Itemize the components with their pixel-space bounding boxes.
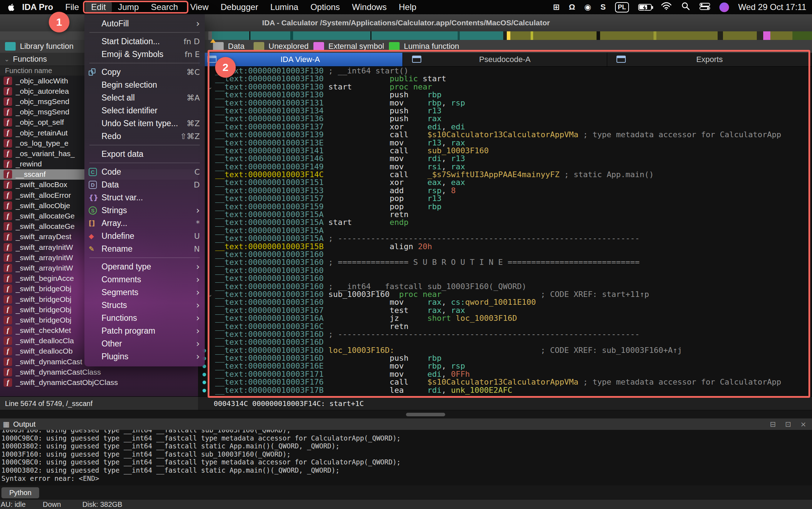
tab-exports[interactable]: Exports bbox=[607, 53, 812, 66]
disasm-line[interactable]: ●__text:000000010003F16D loc_10003F16D: … bbox=[198, 346, 812, 354]
tab-pseudocode-a[interactable]: Pseudocode-A bbox=[403, 53, 608, 66]
menubar-item-options[interactable]: Options bbox=[304, 1, 346, 13]
menu-item-emoji-symbols[interactable]: Emoji & Symbolsfn E bbox=[84, 48, 205, 61]
menubar-clock[interactable]: Wed 29 Oct 17:11 bbox=[738, 2, 806, 12]
disasm-line[interactable]: __text:000000010003F15A ; --------------… bbox=[198, 235, 812, 242]
menu-item-select-identifier[interactable]: Select identifier bbox=[84, 104, 205, 117]
menubar-item-debugger[interactable]: Debugger bbox=[214, 1, 264, 13]
record-icon[interactable]: ◉ bbox=[584, 2, 591, 12]
control-center-icon[interactable] bbox=[699, 2, 710, 12]
menu-item-code[interactable]: CCodeC bbox=[84, 165, 205, 178]
wifi-icon[interactable] bbox=[661, 2, 672, 12]
menubar-item-help[interactable]: Help bbox=[393, 1, 422, 13]
disasm-line[interactable]: ⌄__text:000000010003F130 start proc near bbox=[198, 83, 812, 91]
menubar-item-file[interactable]: File bbox=[59, 1, 85, 13]
battery-icon[interactable] bbox=[638, 4, 652, 11]
disasm-line[interactable]: __text:000000010003F16D ; --------------… bbox=[198, 330, 812, 338]
disasm-line[interactable]: __text:000000010003F160 ; ==============… bbox=[198, 258, 812, 266]
menu-item-export-data[interactable]: Export data bbox=[84, 148, 205, 160]
output-lines[interactable]: 10003F160: using guessed type __int64 __… bbox=[0, 430, 812, 485]
spotlight-search-icon[interactable] bbox=[681, 1, 690, 13]
disasm-line[interactable]: __text:000000010003F157 pop r13 bbox=[198, 195, 812, 202]
horizontal-scrollbar[interactable] bbox=[0, 410, 812, 419]
menu-item-select-all[interactable]: Select all⌘A bbox=[84, 91, 205, 104]
disasm-line[interactable]: __text:000000010003F134 push r13 bbox=[198, 107, 812, 115]
disasm-line[interactable]: __text:000000010003F137 xor edi, edi bbox=[198, 123, 812, 131]
disasm-line[interactable]: __text:000000010003F151 xor eax, eax bbox=[198, 179, 812, 186]
disasm-line[interactable]: __text:000000010003F139 call $s10Calcula… bbox=[198, 131, 812, 139]
menubar-item-search[interactable]: Search bbox=[145, 1, 184, 13]
disasm-line[interactable]: __text:000000010003F15A bbox=[198, 227, 812, 235]
disasm-line[interactable]: ●__text:000000010003F176 call $s10Calcul… bbox=[198, 378, 812, 386]
disasm-line[interactable]: __text:000000010003F130 push rbp bbox=[198, 91, 812, 99]
close-icon[interactable]: × bbox=[800, 420, 806, 428]
pl-badge[interactable]: PL bbox=[615, 2, 629, 12]
disasm-line[interactable]: __text:000000010003F159 pop rbp bbox=[198, 203, 812, 211]
menu-item-operand-type[interactable]: Operand type› bbox=[84, 260, 205, 273]
disasm-line[interactable]: __text:000000010003F160 mov rax, cs:qwor… bbox=[198, 298, 812, 306]
menu-item-functions[interactable]: Functions› bbox=[84, 312, 205, 324]
disasm-line[interactable]: __text:000000010003F141 call sub_10003F1… bbox=[198, 147, 812, 155]
menu-item-redo[interactable]: Redo⇧⌘Z bbox=[84, 130, 205, 143]
disasm-line[interactable]: __text:000000010003F160 bbox=[198, 251, 812, 258]
disasm-line[interactable]: __text:000000010003F14C call _$s7SwiftUI… bbox=[198, 171, 812, 179]
disasm-line[interactable]: __text:000000010003F16C retn bbox=[198, 323, 812, 330]
menu-item-strings[interactable]: SStrings› bbox=[84, 204, 205, 217]
menu-item-other[interactable]: Other› bbox=[84, 337, 205, 350]
grid-icon[interactable]: ⊞ bbox=[553, 2, 559, 12]
disasm-line[interactable]: __text:000000010003F16A jz short loc_100… bbox=[198, 314, 812, 322]
disasm-line[interactable]: __text:000000010003F149 mov rsi, rax bbox=[198, 163, 812, 171]
menu-item-begin-selection[interactable]: Begin selection bbox=[84, 78, 205, 91]
disasm-line[interactable]: ⌄__text:000000010003F160 sub_10003F160 p… bbox=[198, 291, 812, 298]
disasm-line[interactable]: __text:000000010003F130 public start bbox=[198, 75, 812, 83]
menu-item-structs[interactable]: Structs› bbox=[84, 299, 205, 312]
menu-item-undefine[interactable]: ◆UndefineU bbox=[84, 230, 205, 242]
menu-item-data[interactable]: DDataD bbox=[84, 178, 205, 191]
function-list-item[interactable]: f_swift_dynamicCastObjCClass bbox=[0, 377, 198, 387]
disasm-line[interactable]: ●__text:000000010003F17B lea rdi, unk_10… bbox=[198, 386, 812, 394]
menu-item-copy[interactable]: Copy⌘C bbox=[84, 66, 205, 78]
apple-menu-icon[interactable] bbox=[8, 3, 15, 11]
disasm-line[interactable]: __text:000000010003F153 add rsp, 8 bbox=[198, 187, 812, 195]
disasm-line[interactable]: __text:000000010003F16D bbox=[198, 338, 812, 346]
disasm-line[interactable]: __text:000000010003F146 mov rdi, r13 bbox=[198, 155, 812, 163]
menu-item-array[interactable]: []Array...* bbox=[84, 217, 205, 230]
maximize-icon[interactable]: ⊡ bbox=[785, 420, 791, 428]
disasm-line[interactable]: __text:000000010003F136 push rax bbox=[198, 115, 812, 123]
menubar-item-view[interactable]: View bbox=[184, 1, 215, 13]
menu-item-start-dictation[interactable]: Start Dictation...fn D bbox=[84, 35, 205, 48]
disasm-line[interactable]: ●__text:000000010003F171 mov edi, 0FFh bbox=[198, 370, 812, 378]
menubar-item-lumina[interactable]: Lumina bbox=[264, 1, 304, 13]
disasm-line[interactable]: __text:000000010003F160 ; __int64 __fast… bbox=[198, 283, 812, 291]
disasm-line[interactable]: __text:000000010003F15A retn bbox=[198, 211, 812, 218]
disasm-line[interactable]: __text:000000010003F15A start endp bbox=[198, 218, 812, 226]
tab-ida-view-a[interactable]: IDA View-A bbox=[198, 53, 403, 66]
stats-icon[interactable]: S bbox=[600, 2, 606, 12]
disasm-line[interactable]: __text:000000010003F130 ; __int64 start(… bbox=[198, 67, 812, 75]
menubar-item-edit[interactable]: Edit bbox=[85, 1, 112, 13]
menu-item-plugins[interactable]: Plugins› bbox=[84, 350, 205, 363]
menubar-item-windows[interactable]: Windows bbox=[346, 1, 392, 13]
menu-item-struct-var[interactable]: {}Struct var... bbox=[84, 191, 205, 204]
scrollbar-handle[interactable] bbox=[406, 413, 445, 416]
menu-item-segments[interactable]: Segments› bbox=[84, 286, 205, 299]
menubar-item-jump[interactable]: Jump bbox=[112, 1, 145, 13]
disasm-line[interactable]: ●__text:000000010003F16E mov rbp, rsp bbox=[198, 362, 812, 370]
disasm-line[interactable]: __text:000000010003F131 mov rbp, rsp bbox=[198, 99, 812, 107]
disasm-line[interactable]: ●__text:000000010003F16D push rbp bbox=[198, 354, 812, 362]
user-avatar[interactable] bbox=[719, 2, 729, 12]
disasm-line[interactable]: __text:000000010003F160 bbox=[198, 267, 812, 274]
float-window-icon[interactable]: ⊟ bbox=[770, 420, 776, 428]
headphones-icon[interactable]: Ω bbox=[569, 2, 575, 12]
menu-item-comments[interactable]: Comments› bbox=[84, 273, 205, 286]
disasm-line[interactable]: __text:000000010003F13E mov r13, rax bbox=[198, 139, 812, 147]
menu-item-patch-program[interactable]: Patch program› bbox=[84, 324, 205, 337]
disasm-line[interactable]: __text:000000010003F15B align 20h bbox=[198, 243, 812, 251]
disasm-line[interactable]: __text:000000010003F160 bbox=[198, 274, 812, 282]
menu-item-rename[interactable]: ✎RenameN bbox=[84, 242, 205, 255]
python-button[interactable]: Python bbox=[1, 487, 39, 498]
menu-item-undo-set-item-type[interactable]: Undo Set item type...⌘Z bbox=[84, 117, 205, 130]
menu-item-autofill[interactable]: AutoFill› bbox=[84, 17, 205, 30]
menubar-item-ida-pro[interactable]: IDA Pro bbox=[16, 1, 59, 13]
disasm-line[interactable]: __text:000000010003F167 test rax, rax bbox=[198, 307, 812, 314]
